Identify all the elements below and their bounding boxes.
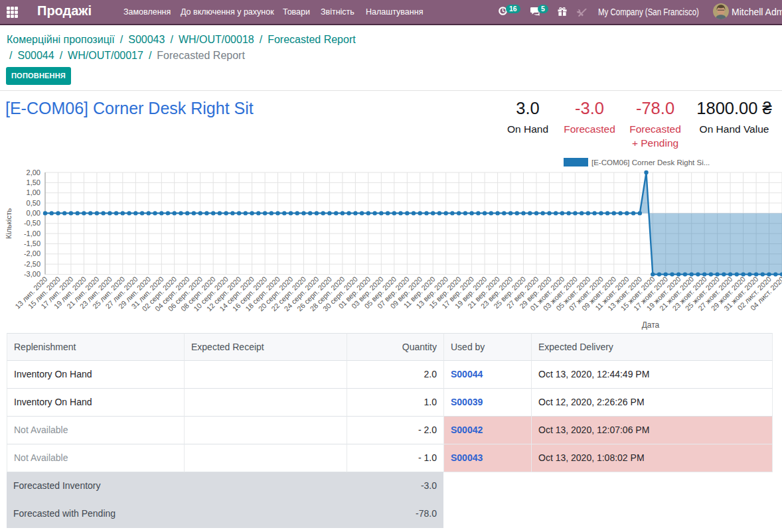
svg-text:0,00: 0,00 [27, 209, 40, 217]
svg-text:-2,50: -2,50 [24, 260, 40, 268]
svg-text:1,00: 1,00 [27, 188, 40, 196]
svg-text:[E-COM06] Corner Desk Right Si: [E-COM06] Corner Desk Right Si... [591, 159, 710, 166]
svg-text:Кількість: Кількість [5, 208, 13, 239]
svg-text:-2,00: -2,00 [24, 249, 40, 257]
svg-text:-3,00: -3,00 [24, 270, 40, 278]
svg-text:Дата: Дата [642, 320, 660, 330]
svg-text:-0,50: -0,50 [24, 219, 40, 227]
svg-text:0,50: 0,50 [27, 199, 40, 207]
svg-text:2,00: 2,00 [27, 168, 40, 176]
svg-text:1,50: 1,50 [27, 178, 40, 186]
svg-text:-1,50: -1,50 [24, 239, 40, 247]
svg-text:-1,00: -1,00 [24, 230, 40, 237]
